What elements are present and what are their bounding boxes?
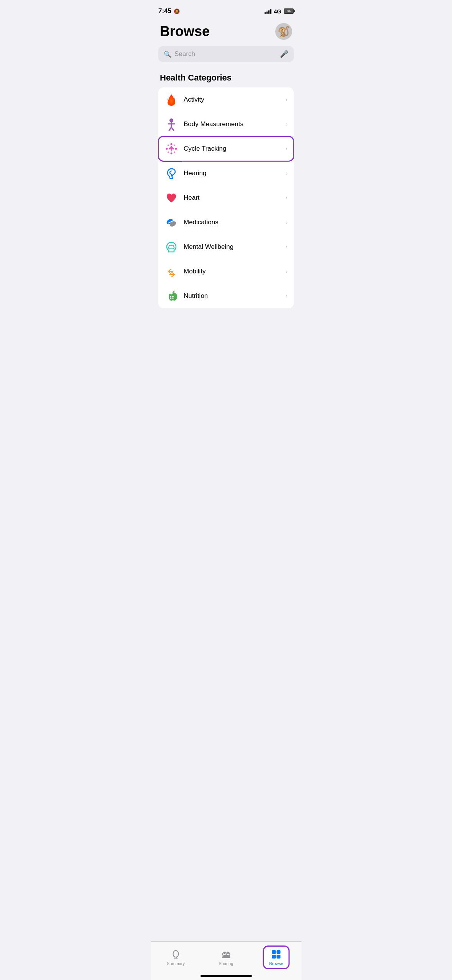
mobility-chevron: › xyxy=(286,268,288,275)
mobility-name: Mobility xyxy=(184,268,280,275)
page-title: Browse xyxy=(160,23,210,39)
bell-icon: 🔕 xyxy=(174,8,180,14)
status-time: 7:45 🔕 xyxy=(158,7,180,15)
search-placeholder: Search xyxy=(174,50,277,58)
hearing-name: Hearing xyxy=(184,169,280,177)
cycle-tracking-name: Cycle Tracking xyxy=(184,145,280,153)
signal-bar-3 xyxy=(268,10,270,14)
signal-bar-2 xyxy=(266,12,268,14)
search-bar[interactable]: 🔍 Search 🎤 xyxy=(158,46,294,62)
heart-chevron: › xyxy=(286,194,288,201)
svg-point-18 xyxy=(171,176,172,177)
categories-list: Activity › Body Measurements › xyxy=(158,87,294,308)
svg-point-24 xyxy=(170,296,171,298)
category-item-hearing[interactable]: Hearing › xyxy=(158,161,294,186)
activity-name: Activity xyxy=(184,96,280,104)
svg-point-11 xyxy=(168,151,169,153)
status-right: 4G 34 xyxy=(265,8,294,15)
hearing-icon xyxy=(164,166,178,180)
signal-bar-1 xyxy=(265,12,266,14)
hearing-chevron: › xyxy=(286,170,288,177)
mental-wellbeing-icon xyxy=(164,240,178,254)
svg-point-6 xyxy=(171,143,173,145)
mic-icon[interactable]: 🎤 xyxy=(280,50,288,58)
svg-point-10 xyxy=(171,153,173,155)
main-content: Browse 🐒 🔍 Search 🎤 Health Categories xyxy=(151,19,301,308)
cycle-tracking-icon xyxy=(164,142,178,156)
battery-level: 34 xyxy=(287,9,291,13)
avatar[interactable]: 🐒 xyxy=(275,23,292,40)
search-icon: 🔍 xyxy=(164,51,171,58)
nutrition-name: Nutrition xyxy=(184,292,280,300)
svg-point-8 xyxy=(175,148,177,150)
network-label: 4G xyxy=(274,8,281,15)
category-item-mental-wellbeing[interactable]: Mental Wellbeing › xyxy=(158,235,294,259)
category-item-cycle-tracking[interactable]: Cycle Tracking › xyxy=(158,136,294,161)
section-title: Health Categories xyxy=(158,73,294,83)
mobility-icon xyxy=(164,265,178,278)
category-item-nutrition[interactable]: Nutrition › xyxy=(158,284,294,308)
category-item-mobility[interactable]: Mobility › xyxy=(158,259,294,284)
mental-wellbeing-chevron: › xyxy=(286,243,288,250)
heart-icon xyxy=(164,191,178,205)
svg-point-9 xyxy=(174,151,175,153)
status-bar: 7:45 🔕 4G 34 xyxy=(151,0,301,19)
activity-chevron: › xyxy=(286,96,288,103)
medications-icon xyxy=(164,215,178,229)
body-measurements-chevron: › xyxy=(286,121,288,128)
signal-bars xyxy=(265,8,271,14)
svg-point-25 xyxy=(172,296,174,298)
body-measurements-icon xyxy=(164,117,178,131)
activity-icon xyxy=(164,93,178,107)
signal-bar-4 xyxy=(270,9,271,14)
medications-name: Medications xyxy=(184,219,280,226)
category-item-activity[interactable]: Activity › xyxy=(158,87,294,112)
svg-line-5 xyxy=(171,127,174,130)
medications-chevron: › xyxy=(286,219,288,226)
nutrition-icon xyxy=(164,289,178,303)
svg-point-7 xyxy=(174,145,175,146)
mental-wellbeing-name: Mental Wellbeing xyxy=(184,243,280,251)
category-item-body-measurements[interactable]: Body Measurements › xyxy=(158,112,294,136)
svg-point-13 xyxy=(168,145,169,146)
svg-point-12 xyxy=(166,148,168,150)
category-item-heart[interactable]: Heart › xyxy=(158,186,294,210)
cycle-tracking-chevron: › xyxy=(286,145,288,152)
page-header: Browse 🐒 xyxy=(158,23,294,40)
battery: 34 xyxy=(284,8,294,14)
nutrition-chevron: › xyxy=(286,293,288,299)
category-item-medications[interactable]: Medications › xyxy=(158,210,294,235)
body-measurements-name: Body Measurements xyxy=(184,120,280,128)
heart-name: Heart xyxy=(184,194,280,202)
